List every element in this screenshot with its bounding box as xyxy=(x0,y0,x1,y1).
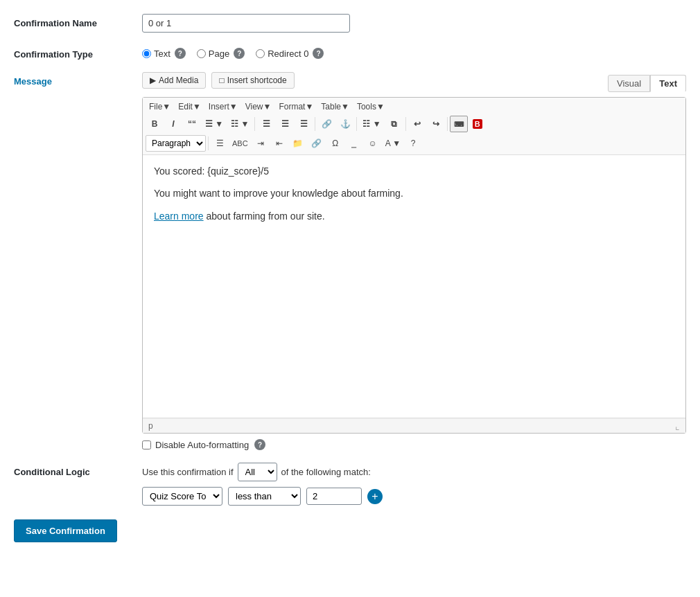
toolbar-blockquote[interactable]: ““ xyxy=(183,116,201,132)
editor-content[interactable]: You scored: {quiz_score}/5 You might wan… xyxy=(143,155,685,418)
table-chevron: ▼ xyxy=(341,102,349,112)
sep4 xyxy=(405,117,406,131)
message-label: Message xyxy=(14,72,142,87)
type-redirect-label[interactable]: Redirect 0 ? xyxy=(256,48,324,59)
conditional-logic-field: Use this confirmation if All Any of the … xyxy=(142,463,686,506)
content-line2: You might want to improve your knowledge… xyxy=(154,186,674,201)
toolbar-align-left[interactable]: ☰ xyxy=(257,116,275,132)
conditional-operator-select[interactable]: less than greater than equal to not equa… xyxy=(228,487,301,506)
toolbar-bold[interactable]: B xyxy=(146,116,164,132)
sep6 xyxy=(208,136,209,150)
toolbar-emoji[interactable]: ☺ xyxy=(364,135,382,152)
conditional-all-select[interactable]: All Any xyxy=(238,463,277,481)
editor-outer: File ▼ Edit ▼ Insert ▼ View ▼ Format ▼ T… xyxy=(142,97,686,434)
toolbar-unordered-list[interactable]: ☰ ▼ xyxy=(202,116,227,132)
toolbar-edit[interactable]: Edit ▼ xyxy=(175,100,204,113)
sep1 xyxy=(254,117,255,131)
toolbar-tools[interactable]: Tools ▼ xyxy=(353,100,388,113)
toolbar-wrap: File ▼ Edit ▼ Insert ▼ View ▼ Format ▼ T… xyxy=(143,98,685,155)
insert-shortcode-icon: □ xyxy=(219,75,224,85)
toolbar-fullscreen[interactable]: ⧉ xyxy=(385,116,403,132)
editor-top-bar: ▶ Add Media □ Insert shortcode Visual Te… xyxy=(142,72,686,94)
conditional-match-row: Use this confirmation if All Any of the … xyxy=(142,463,686,481)
toolbar-undo[interactable]: ↩ xyxy=(408,116,426,132)
tab-text[interactable]: Text xyxy=(650,75,686,92)
toolbar-special-chars[interactable]: Ω xyxy=(326,135,344,152)
toolbar-paragraph-row: Paragraph Heading 1 Heading 2 ☰ ABC ⇥ ⇤ … xyxy=(146,134,683,153)
toolbar-strikethrough[interactable]: ABC xyxy=(229,135,251,152)
conditional-field-select[interactable]: Quiz Score To xyxy=(142,487,222,506)
conditional-rule-row: Quiz Score To less than greater than equ… xyxy=(142,487,686,506)
insert-shortcode-label: Insert shortcode xyxy=(227,75,287,85)
format-chevron: ▼ xyxy=(305,102,313,112)
toolbar-view[interactable]: View ▼ xyxy=(242,100,275,113)
disable-autoformatting-row: Disable Auto-formatting ? xyxy=(142,439,686,450)
disable-autoformatting-checkbox[interactable] xyxy=(142,440,151,449)
tab-visual[interactable]: Visual xyxy=(608,75,650,92)
message-field: ▶ Add Media □ Insert shortcode Visual Te… xyxy=(142,72,686,450)
toolbar-insert[interactable]: Insert ▼ xyxy=(205,100,241,113)
tools-chevron: ▼ xyxy=(376,102,385,112)
sep2 xyxy=(315,117,315,131)
toolbar-font-color[interactable]: A ▼ xyxy=(383,135,404,152)
insert-shortcode-button[interactable]: □ Insert shortcode xyxy=(211,72,294,89)
disable-autoformatting-label: Disable Auto-formatting xyxy=(155,440,249,450)
type-page-radio[interactable] xyxy=(197,49,206,58)
toolbar-redo[interactable]: ↪ xyxy=(427,116,445,132)
toolbar-table-insert[interactable]: ☷ ▼ xyxy=(359,116,384,132)
toolbar-align-right[interactable]: ☰ xyxy=(295,116,313,132)
editor-footer: p ⌞ xyxy=(143,418,685,433)
file-chevron: ▼ xyxy=(162,102,170,112)
confirmation-name-field xyxy=(142,14,686,33)
toolbar-menu-row: File ▼ Edit ▼ Insert ▼ View ▼ Format ▼ T… xyxy=(146,99,683,114)
editor-tag-indicator: p xyxy=(148,421,153,431)
toolbar-align-center[interactable]: ☰ xyxy=(276,116,294,132)
save-area: Save Confirmation xyxy=(14,519,686,542)
type-page-label[interactable]: Page ? xyxy=(197,48,245,59)
toolbar-upload[interactable]: 📁 xyxy=(289,135,307,152)
toolbar-format[interactable]: Format ▼ xyxy=(275,100,317,113)
toolbar-help[interactable]: ? xyxy=(404,135,422,152)
paragraph-select[interactable]: Paragraph Heading 1 Heading 2 xyxy=(146,135,206,152)
add-media-icon: ▶ xyxy=(150,75,156,85)
save-confirmation-button[interactable]: Save Confirmation xyxy=(14,519,117,542)
insert-chevron: ▼ xyxy=(229,102,238,112)
confirmation-name-row: Confirmation Name xyxy=(14,14,686,33)
confirmation-type-field: Text ? Page ? Redirect 0 ? xyxy=(142,45,686,59)
disable-autoformatting-help-icon[interactable]: ? xyxy=(254,439,265,450)
conditional-logic-row: Conditional Logic Use this confirmation … xyxy=(14,463,686,506)
type-page-text: Page xyxy=(209,48,229,59)
toolbar-keyboard[interactable]: ⌨ xyxy=(450,116,468,132)
toolbar-format-list[interactable]: ☰ xyxy=(211,135,229,152)
confirmation-name-input[interactable] xyxy=(142,14,350,33)
visual-text-tabs: Visual Text xyxy=(608,75,686,92)
toolbar-outdent[interactable]: ⇤ xyxy=(270,135,288,152)
toolbar-ordered-list[interactable]: ☷ ▼ xyxy=(227,116,252,132)
sep3 xyxy=(356,117,357,131)
toolbar-unlink[interactable]: ⚓ xyxy=(336,116,354,132)
type-text-label[interactable]: Text ? xyxy=(142,48,186,59)
special-b-icon: B xyxy=(473,119,482,129)
media-buttons: ▶ Add Media □ Insert shortcode xyxy=(142,72,295,89)
type-redirect-help-icon[interactable]: ? xyxy=(313,48,324,59)
type-text-radio[interactable] xyxy=(142,49,151,58)
toolbar-indent[interactable]: ⇥ xyxy=(252,135,270,152)
toolbar-italic[interactable]: I xyxy=(164,116,182,132)
type-redirect-radio[interactable] xyxy=(256,49,265,58)
content-line1: You scored: {quiz_score}/5 xyxy=(154,163,674,179)
toolbar-special-b[interactable]: B xyxy=(469,116,487,132)
confirmation-type-radio-group: Text ? Page ? Redirect 0 ? xyxy=(142,45,686,59)
toolbar-link[interactable]: 🔗 xyxy=(317,116,335,132)
add-rule-button[interactable]: + xyxy=(367,489,383,504)
toolbar-file[interactable]: File ▼ xyxy=(146,100,174,113)
learn-more-link[interactable]: Learn more xyxy=(154,211,204,222)
toolbar-hr[interactable]: ⎯ xyxy=(345,135,363,152)
toolbar-table[interactable]: Table ▼ xyxy=(317,100,353,113)
type-page-help-icon[interactable]: ? xyxy=(234,48,245,59)
conditional-value-input[interactable] xyxy=(306,488,362,505)
add-media-button[interactable]: ▶ Add Media xyxy=(142,72,206,89)
add-media-label: Add Media xyxy=(159,75,198,85)
editor-resize-handle[interactable]: ⌞ xyxy=(675,420,680,431)
type-text-help-icon[interactable]: ? xyxy=(175,48,186,59)
toolbar-link2[interactable]: 🔗 xyxy=(308,135,326,152)
